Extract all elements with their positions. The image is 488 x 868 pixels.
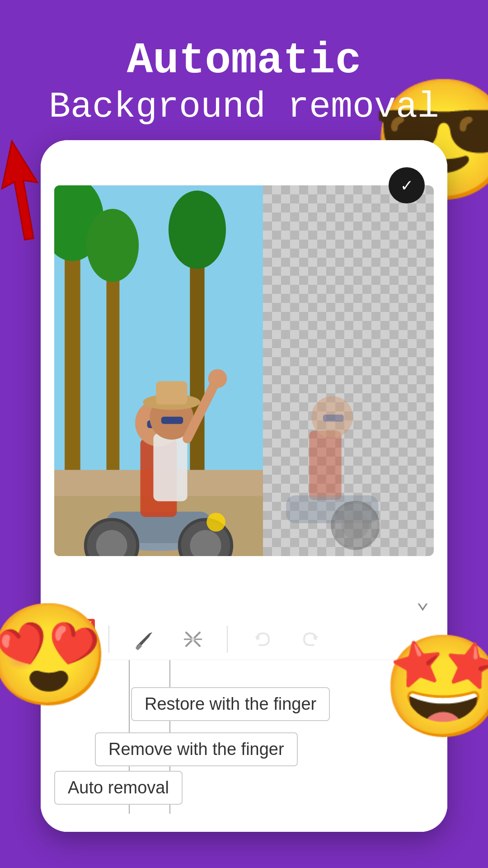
svg-point-35 [342,512,369,539]
chevron-down-icon[interactable]: ⌄ [416,588,429,614]
brush-tool[interactable] [127,623,159,655]
undo-tool[interactable] [246,623,277,655]
title-sub: Background removal [27,85,461,129]
svg-rect-32 [323,415,344,421]
svg-point-25 [208,369,227,388]
photo-area [54,185,434,556]
svg-point-5 [87,209,139,282]
eraser-tool[interactable] [177,623,209,655]
emoji-heart-eyes: 😍 [0,606,111,719]
svg-rect-19 [153,434,187,501]
redo-tool[interactable] [296,623,327,655]
remove-tooltip: Remove with the finger [95,732,298,766]
svg-point-15 [206,513,225,532]
title-automatic: Automatic [27,36,461,85]
restore-tooltip: Restore with the finger [131,687,330,721]
check-button[interactable]: ✓ [389,167,425,203]
emoji-star-eyes: 🤩 [382,638,488,750]
divider-2 [227,626,228,653]
check-icon: ✓ [401,175,412,197]
photo-left [54,185,263,556]
cutout-overlay [263,185,434,556]
svg-rect-30 [309,431,342,500]
svg-rect-22 [156,381,187,405]
auto-tooltip: Auto removal [54,771,183,805]
svg-point-7 [169,191,226,269]
svg-point-42 [191,637,195,641]
header: Automatic Background removal [0,0,488,147]
svg-rect-23 [161,417,183,424]
